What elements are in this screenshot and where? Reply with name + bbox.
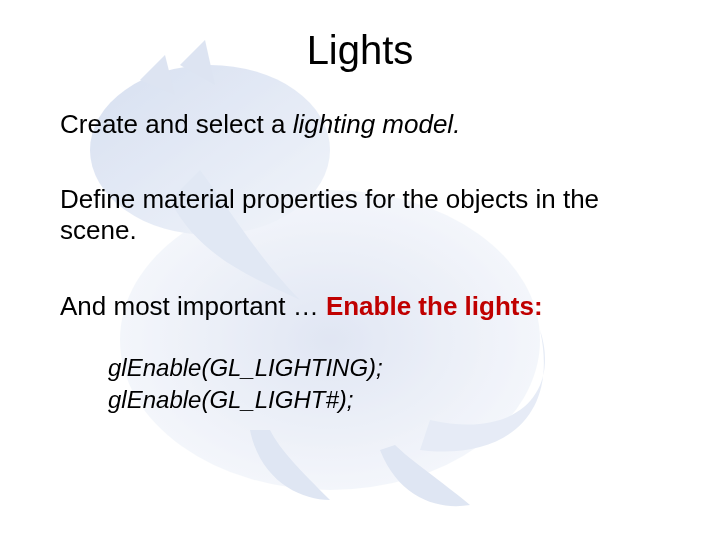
code-line: glEnable(GL_LIGHT#); — [108, 384, 660, 416]
text-run-italic: lighting model. — [293, 109, 461, 139]
paragraph-material-properties: Define material properties for the objec… — [60, 184, 660, 246]
text-run: Create and select a — [60, 109, 293, 139]
code-block: glEnable(GL_LIGHTING); glEnable(GL_LIGHT… — [108, 352, 660, 417]
paragraph-lighting-model: Create and select a lighting model. — [60, 109, 660, 140]
paragraph-enable-lights: And most important … Enable the lights: — [60, 291, 660, 322]
slide-title: Lights — [60, 28, 660, 73]
code-line: glEnable(GL_LIGHTING); — [108, 352, 660, 384]
slide-content: Lights Create and select a lighting mode… — [0, 0, 720, 417]
text-run-emphasis: Enable the lights: — [326, 291, 543, 321]
slide: Lights Create and select a lighting mode… — [0, 0, 720, 540]
text-run: And most important … — [60, 291, 326, 321]
